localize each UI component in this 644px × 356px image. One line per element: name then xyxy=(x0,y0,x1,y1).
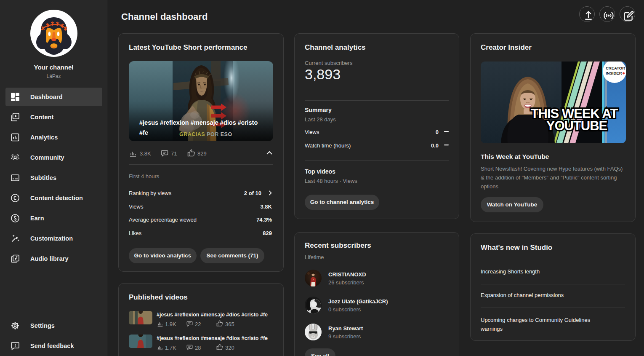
svg-text:GRACIAS POR ESO: GRACIAS POR ESO xyxy=(179,131,232,137)
svg-text:#jesus #reflexion #mensaje #di: #jesus #reflexion #mensaje #dios #cristo xyxy=(139,119,258,126)
svg-text:INSIDER: INSIDER xyxy=(606,71,622,75)
svg-text:YOUTUBE: YOUTUBE xyxy=(546,118,607,133)
svg-text:#fe: #fe xyxy=(139,129,148,136)
svg-text:CREATOR: CREATOR xyxy=(606,66,625,70)
